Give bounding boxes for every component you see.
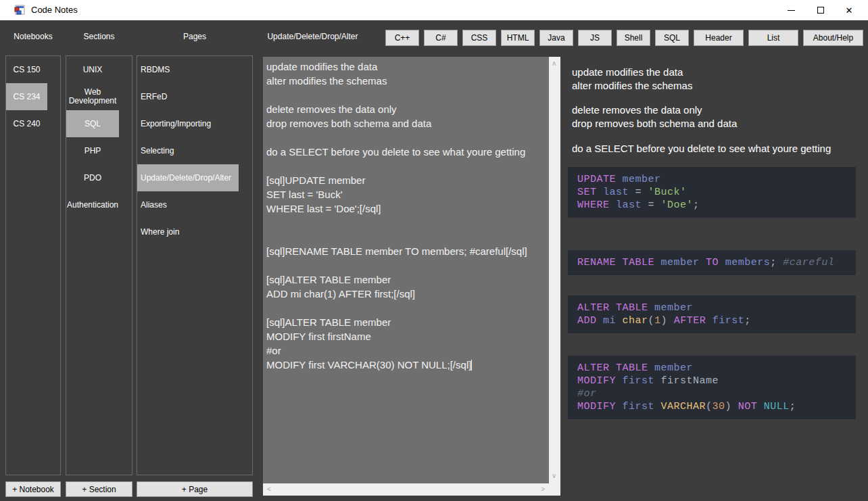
editor-line: ADD mi char(1) AFTER first;[/sql] bbox=[266, 287, 546, 301]
code-token: mi bbox=[603, 315, 616, 327]
pages-list: RBDMSERFeDExporting/ImportingSelectingUp… bbox=[137, 56, 239, 245]
toolbar-button-js[interactable]: JS bbox=[578, 30, 612, 46]
code-token: ; bbox=[693, 199, 700, 211]
toolbar-button-html[interactable]: HTML bbox=[501, 30, 535, 46]
code-token: 1 bbox=[654, 315, 661, 327]
notebook-item[interactable]: CS 240 bbox=[6, 110, 47, 137]
code-token: ) bbox=[725, 401, 738, 412]
add-notebook-button[interactable]: + Notebook bbox=[5, 481, 61, 497]
editor-line: drop removes both schema and data bbox=[266, 116, 546, 130]
code-token: TABLE bbox=[616, 362, 648, 374]
code-token: last bbox=[603, 187, 629, 198]
code-token: first bbox=[623, 401, 655, 412]
preview-text-line: update modifies the data bbox=[572, 66, 692, 79]
code-line: MODIFY first firstName bbox=[577, 375, 849, 387]
note-editor[interactable]: update modifies the dataalter modifies t… bbox=[263, 57, 560, 496]
editor-line: MODIFY first VARCHAR(30) NOT NULL;[/sql] bbox=[266, 358, 546, 372]
page-item[interactable]: Aliases bbox=[137, 191, 239, 218]
code-line: #or bbox=[577, 387, 849, 400]
preview-text-line: do a SELECT before you delete to see wha… bbox=[572, 142, 831, 156]
editor-line: [sql]UPDATE member bbox=[266, 173, 546, 187]
add-page-button[interactable]: + Page bbox=[137, 481, 253, 497]
minimize-icon bbox=[788, 10, 795, 11]
toolbar-buttons: C++C#CSSHTMLJavaJSShellSQLHeaderListAbou… bbox=[385, 30, 863, 46]
section-item[interactable]: PHP bbox=[66, 137, 119, 164]
editor-vertical-scrollbar[interactable]: ∧ ∨ bbox=[549, 57, 560, 496]
code-token bbox=[616, 375, 623, 387]
page-item[interactable]: Selecting bbox=[137, 137, 239, 164]
maximize-button[interactable] bbox=[806, 0, 836, 20]
code-token: #or bbox=[577, 388, 597, 400]
sql-code-block: UPDATE memberSET last = 'Buck'WHERE last… bbox=[568, 167, 856, 218]
close-button[interactable]: ✕ bbox=[834, 0, 864, 20]
section-item[interactable]: SQL bbox=[66, 110, 119, 137]
code-token: VARCHAR bbox=[661, 401, 706, 412]
code-token: = bbox=[642, 199, 661, 211]
code-token: SET bbox=[577, 187, 597, 198]
preview-text-line: delete removes the data only bbox=[572, 103, 737, 117]
code-line: ADD mi char(1) AFTER first; bbox=[577, 314, 849, 327]
code-token: UPDATE bbox=[577, 174, 616, 185]
editor-line bbox=[266, 230, 546, 244]
toolbar-button-header[interactable]: Header bbox=[694, 30, 744, 46]
toolbar-button-css[interactable]: CSS bbox=[462, 30, 496, 46]
code-token: TABLE bbox=[616, 302, 648, 314]
notebook-item[interactable]: CS 234 bbox=[6, 83, 47, 110]
toolbar-button-java[interactable]: Java bbox=[539, 30, 573, 46]
code-line: WHERE last = 'Doe'; bbox=[577, 199, 849, 212]
toolbar-button-about-help[interactable]: About/Help bbox=[803, 30, 863, 46]
toolbar-button-sql[interactable]: SQL bbox=[655, 30, 689, 46]
preview-paragraph: delete removes the data onlydrop removes… bbox=[572, 103, 737, 130]
section-item[interactable]: PDO bbox=[66, 164, 119, 191]
code-token bbox=[616, 257, 623, 268]
sections-list: UNIXWeb DevelopmentSQLPHPPDOAuthenticati… bbox=[66, 56, 119, 218]
section-item[interactable]: UNIX bbox=[66, 56, 119, 83]
code-token bbox=[616, 174, 623, 185]
page-item[interactable]: RBDMS bbox=[137, 56, 239, 83]
editor-line: [sql]ALTER TABLE member bbox=[266, 315, 546, 329]
code-token: first bbox=[713, 315, 745, 327]
code-token bbox=[610, 302, 617, 314]
code-token: firstName bbox=[661, 375, 719, 387]
editor-horizontal-scrollbar[interactable]: < > bbox=[263, 483, 549, 496]
editor-line: delete removes the data only bbox=[266, 102, 546, 116]
code-token: ALTER bbox=[577, 302, 610, 314]
preview-paragraph: update modifies the dataalter modifies t… bbox=[572, 66, 692, 93]
page-item[interactable]: Update/Delete/Drop/Alter bbox=[137, 164, 239, 191]
scroll-up-icon[interactable]: ∧ bbox=[552, 60, 556, 67]
toolbar-button-shell[interactable]: Shell bbox=[617, 30, 650, 46]
code-token: 'Buck' bbox=[648, 187, 687, 198]
code-line: MODIFY first VARCHAR(30) NOT NULL; bbox=[577, 400, 849, 413]
add-section-button[interactable]: + Section bbox=[66, 481, 132, 497]
toolbar-button-c-[interactable]: C++ bbox=[385, 30, 419, 46]
section-item[interactable]: Authentication bbox=[66, 191, 119, 218]
code-token: member bbox=[654, 362, 693, 374]
toolbar-button-list[interactable]: List bbox=[748, 30, 798, 46]
code-token: ( bbox=[706, 401, 713, 412]
minimize-button[interactable] bbox=[776, 0, 806, 20]
code-token: NOT bbox=[738, 401, 758, 412]
code-token: ; bbox=[790, 401, 796, 412]
code-line: RENAME TABLE member TO members; #careful bbox=[577, 256, 849, 269]
code-token: ; bbox=[744, 315, 751, 327]
preview-paragraph: do a SELECT before you delete to see wha… bbox=[572, 142, 831, 156]
code-token bbox=[719, 257, 725, 268]
notebook-item[interactable]: CS 150 bbox=[6, 56, 47, 83]
scroll-left-icon[interactable]: < bbox=[267, 486, 271, 493]
scroll-down-icon[interactable]: ∨ bbox=[552, 473, 556, 479]
sql-code-block: ALTER TABLE memberMODIFY first firstName… bbox=[568, 356, 856, 419]
page-item[interactable]: Exporting/Importing bbox=[137, 110, 239, 137]
code-token: ALTER bbox=[577, 362, 610, 374]
page-item[interactable]: ERFeD bbox=[137, 83, 239, 110]
scroll-right-icon[interactable]: > bbox=[541, 486, 545, 493]
code-token: MODIFY bbox=[577, 375, 616, 387]
window-title: Code Notes bbox=[31, 5, 78, 15]
section-item[interactable]: Web Development bbox=[66, 83, 119, 110]
current-page-title: Update/Delete/Drop/Alter bbox=[257, 32, 368, 41]
page-item[interactable]: Where join bbox=[137, 218, 239, 245]
editor-content[interactable]: update modifies the dataalter modifies t… bbox=[263, 57, 549, 483]
code-token: WHERE bbox=[577, 199, 610, 211]
code-token bbox=[597, 315, 604, 327]
toolbar-button-c-[interactable]: C# bbox=[424, 30, 458, 46]
code-token: members bbox=[725, 257, 771, 268]
